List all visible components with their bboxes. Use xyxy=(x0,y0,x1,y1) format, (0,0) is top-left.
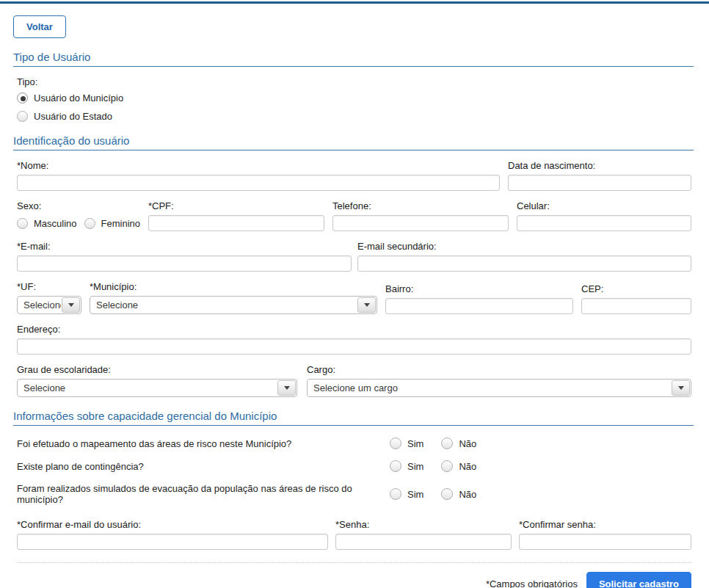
radio-icon[interactable] xyxy=(17,111,28,122)
data-nascimento-label: Data de nascimento: xyxy=(508,160,691,171)
radio-label: Não xyxy=(459,461,476,472)
confirmar-email-field: *Confirmar e-mail do usuário: xyxy=(17,519,328,550)
radio-option-feminino[interactable]: Feminino xyxy=(84,218,140,229)
bairro-label: Bairro: xyxy=(385,283,573,294)
telefone-input[interactable] xyxy=(332,215,509,231)
confirmar-senha-input[interactable] xyxy=(519,534,691,550)
required-fields-note: *Campos obrigatórios xyxy=(486,578,578,588)
radio-label: Usuário do Estado xyxy=(34,111,112,122)
solicitar-cadastro-button[interactable]: Solicitar cadastro xyxy=(586,572,691,588)
radio-option-sim[interactable]: Sim xyxy=(390,438,423,449)
radio-icon[interactable] xyxy=(441,438,453,449)
endereco-field: Endereço: xyxy=(17,324,691,355)
radio-icon[interactable] xyxy=(390,438,401,449)
celular-input[interactable] xyxy=(517,215,691,231)
radio-option-nao[interactable]: Não xyxy=(441,488,476,500)
question-text: Foi efetuado o mapeamento das áreas de r… xyxy=(17,438,390,449)
radio-icon[interactable] xyxy=(84,218,95,229)
form-actions: *Campos obrigatórios Solicitar cadastro xyxy=(17,562,691,588)
radio-label: Não xyxy=(459,438,476,449)
radio-label: Feminino xyxy=(101,218,140,229)
radio-icon[interactable] xyxy=(441,488,453,500)
radio-label: Usuário do Município xyxy=(34,92,123,104)
radio-icon[interactable] xyxy=(390,488,401,500)
radio-option-sim[interactable]: Sim xyxy=(390,488,423,500)
telefone-label: Telefone: xyxy=(332,200,509,211)
endereco-input[interactable] xyxy=(17,338,691,355)
municipio-field: *Município: Selecione xyxy=(90,281,377,314)
sexo-label: Sexo: xyxy=(17,200,140,211)
chevron-down-icon[interactable] xyxy=(62,297,80,313)
cargo-select[interactable]: Selecione um cargo xyxy=(307,379,691,397)
confirmar-senha-label: *Confirmar senha: xyxy=(519,519,691,530)
uf-label: *UF: xyxy=(17,281,81,292)
municipio-select-value: Selecione xyxy=(90,297,357,313)
confirmar-senha-field: *Confirmar senha: xyxy=(519,519,691,550)
email-secundario-label: E-mail secundário: xyxy=(357,241,691,252)
bairro-field: Bairro: xyxy=(385,281,573,314)
bairro-input[interactable] xyxy=(385,298,573,314)
radio-icon[interactable] xyxy=(390,460,401,472)
section-title-identificacao: Identificação do usuário xyxy=(13,134,694,150)
radio-option-nao[interactable]: Não xyxy=(441,460,476,472)
cargo-label: Cargo: xyxy=(307,364,691,375)
cep-input[interactable] xyxy=(581,298,691,314)
voltar-button[interactable]: Voltar xyxy=(13,15,66,38)
confirmar-email-label: *Confirmar e-mail do usuário: xyxy=(17,519,328,530)
email-input[interactable] xyxy=(17,255,352,272)
data-nascimento-input[interactable] xyxy=(508,175,691,191)
email-secundario-field: E-mail secundário: xyxy=(357,241,691,272)
radio-option-masculino[interactable]: Masculino xyxy=(17,218,77,229)
grau-escolaridade-select-value: Selecione xyxy=(18,380,277,396)
email-field: *E-mail: xyxy=(17,241,352,272)
celular-field: Celular: xyxy=(517,200,691,231)
question-text: Existe plano de contingência? xyxy=(17,461,390,472)
cep-label: CEP: xyxy=(581,283,691,294)
radio-icon[interactable] xyxy=(17,92,28,104)
radio-label: Masculino xyxy=(34,218,77,229)
nome-label: *Nome: xyxy=(17,160,500,171)
senha-input[interactable] xyxy=(335,534,512,550)
endereco-label: Endereço: xyxy=(17,324,691,335)
cargo-select-value: Selecione um cargo xyxy=(308,380,671,396)
registration-page: Voltar Tipo de Usuário Tipo: Usuário do … xyxy=(0,1,709,588)
radio-icon[interactable] xyxy=(441,460,453,472)
municipio-label: *Município: xyxy=(90,281,377,292)
section-title-capacidade-gerencial: Informações sobre capacidade gerencial d… xyxy=(13,410,694,426)
question-row-mapeamento: Foi efetuado o mapeamento das áreas de r… xyxy=(17,438,691,449)
data-nascimento-field: Data de nascimento: xyxy=(508,160,691,191)
cpf-input[interactable] xyxy=(148,215,324,231)
cpf-label: *CPF: xyxy=(148,200,324,211)
question-text: Foram realizados simulados de evacuação … xyxy=(17,483,390,505)
telefone-field: Telefone: xyxy=(332,200,509,231)
radio-label: Sim xyxy=(407,489,423,500)
grau-escolaridade-select[interactable]: Selecione xyxy=(17,379,297,397)
radio-label: Sim xyxy=(407,438,423,449)
radio-option-usuario-estado[interactable]: Usuário do Estado xyxy=(17,111,691,122)
grau-escolaridade-label: Grau de escolaridade: xyxy=(17,364,297,375)
email-secundario-input[interactable] xyxy=(357,255,691,272)
senha-label: *Senha: xyxy=(335,519,512,530)
radio-option-nao[interactable]: Não xyxy=(441,438,476,449)
section-title-tipo-usuario: Tipo de Usuário xyxy=(13,51,694,67)
confirmar-email-input[interactable] xyxy=(17,534,328,550)
chevron-down-icon[interactable] xyxy=(277,380,296,396)
chevron-down-icon[interactable] xyxy=(357,297,376,313)
nome-field: *Nome: xyxy=(17,160,500,191)
senha-field: *Senha: xyxy=(335,519,512,550)
cargo-field: Cargo: Selecione um cargo xyxy=(307,364,691,397)
chevron-down-icon[interactable] xyxy=(672,380,690,396)
question-row-simulados-evacuacao: Foram realizados simulados de evacuação … xyxy=(17,483,691,505)
radio-label: Não xyxy=(459,489,476,500)
question-row-plano-contingencia: Existe plano de contingência? Sim Não xyxy=(17,460,691,472)
municipio-select[interactable]: Selecione xyxy=(90,296,377,314)
nome-input[interactable] xyxy=(17,175,500,191)
radio-option-sim[interactable]: Sim xyxy=(390,460,423,472)
cep-field: CEP: xyxy=(581,281,691,314)
radio-icon[interactable] xyxy=(17,218,28,229)
radio-option-usuario-municipio[interactable]: Usuário do Município xyxy=(17,92,691,104)
tipo-label: Tipo: xyxy=(17,76,691,87)
uf-select[interactable]: Selecione xyxy=(17,296,81,314)
tipo-radio-group: Tipo: Usuário do Município Usuário do Es… xyxy=(17,76,691,122)
grau-escolaridade-field: Grau de escolaridade: Selecione xyxy=(17,364,297,397)
